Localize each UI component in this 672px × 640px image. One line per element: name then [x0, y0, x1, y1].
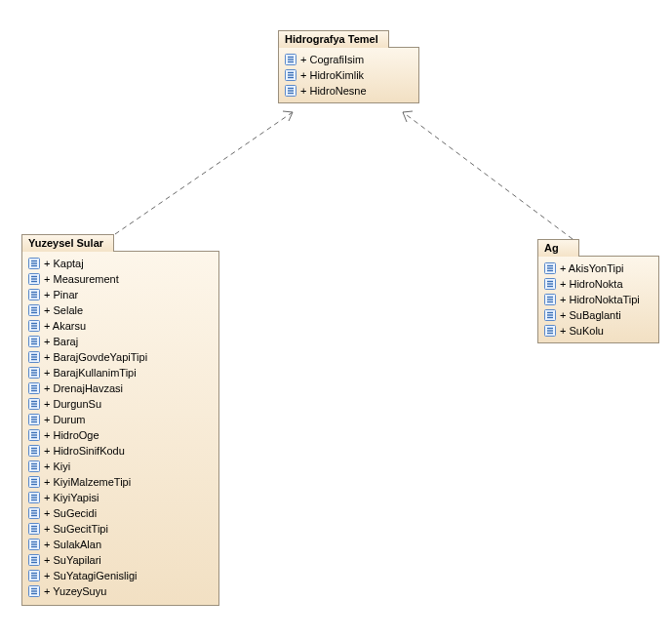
package-item[interactable]: + Baraj — [28, 334, 213, 349]
package-item-label: + Baraj — [44, 334, 78, 349]
package-item-label: + DurgunSu — [44, 396, 101, 412]
package-item[interactable]: + SuBaglanti — [544, 307, 652, 323]
package-item-label: + HidroNoktaTipi — [560, 292, 640, 307]
class-icon — [28, 320, 40, 332]
package-item-label: + SuGecidi — [44, 505, 97, 521]
class-icon — [544, 325, 556, 337]
class-icon — [544, 262, 556, 274]
class-icon — [28, 414, 40, 425]
package-item-label: + Measurement — [44, 271, 119, 287]
package-item-label: + SuGecitTipi — [44, 521, 108, 537]
package-item[interactable]: + Selale — [28, 302, 213, 318]
package-title: Ag — [544, 242, 559, 254]
package-item-label: + KiyiYapisi — [44, 490, 99, 505]
class-icon — [285, 69, 296, 81]
class-icon — [28, 539, 40, 550]
class-icon — [28, 476, 40, 488]
package-item-label: + KiyiMalzemeTipi — [44, 474, 131, 490]
package-item[interactable]: + HidroNesne — [285, 83, 413, 99]
class-icon — [28, 429, 40, 441]
package-item[interactable]: + Kiyi — [28, 459, 213, 474]
package-item-label: + HidroKimlik — [300, 67, 364, 83]
package-item-label: + HidroNokta — [560, 276, 623, 292]
package-item-label: + Akarsu — [44, 318, 86, 334]
package-item[interactable]: + HidroOge — [28, 427, 213, 443]
package-title: Hidrografya Temel — [285, 33, 378, 45]
package-title: Yuzeysel Sular — [28, 237, 103, 249]
package-item[interactable]: + HidroSinifKodu — [28, 443, 213, 459]
class-icon — [28, 507, 40, 519]
package-item[interactable]: + HidroNokta — [544, 276, 652, 292]
package-item[interactable]: + CografiIsim — [285, 52, 413, 67]
package-item[interactable]: + Akarsu — [28, 318, 213, 334]
package-item[interactable]: + SulakAlan — [28, 537, 213, 552]
package-item[interactable]: + KiyiYapisi — [28, 490, 213, 505]
package-item-label: + BarajGovdeYapiTipi — [44, 349, 147, 365]
class-icon — [28, 304, 40, 316]
package-item-label: + SulakAlan — [44, 537, 101, 552]
package-item-label: + DrenajHavzasi — [44, 380, 123, 396]
package-item[interactable]: + HidroNoktaTipi — [544, 292, 652, 307]
class-icon — [28, 570, 40, 581]
package-item[interactable]: + Measurement — [28, 271, 213, 287]
package-item-label: + SuBaglanti — [560, 307, 621, 323]
package-item-label: + Kaptaj — [44, 256, 84, 271]
package-item-label: + Selale — [44, 302, 83, 318]
package-item[interactable]: + HidroKimlik — [285, 67, 413, 83]
package-item-label: + SuKolu — [560, 323, 604, 339]
package-item-label: + SuYatagiGenisligi — [44, 568, 138, 583]
class-icon — [544, 278, 556, 290]
package-item[interactable]: + DurgunSu — [28, 396, 213, 412]
package-body: + CografiIsim+ HidroKimlik+ HidroNesne — [278, 47, 419, 103]
package-item[interactable]: + SuYapilari — [28, 552, 213, 568]
package-tab: Yuzeysel Sular — [21, 234, 114, 252]
package-item[interactable]: + Pinar — [28, 287, 213, 302]
package-item-label: + Durum — [44, 412, 86, 427]
package-item[interactable]: + BarajGovdeYapiTipi — [28, 349, 213, 365]
package-item-label: + HidroOge — [44, 427, 99, 443]
package-item-label: + BarajKullanimTipi — [44, 365, 137, 380]
package-body: + AkisYonTipi+ HidroNokta+ HidroNoktaTip… — [537, 256, 659, 343]
package-item[interactable]: + Kaptaj — [28, 256, 213, 271]
package-item[interactable]: + SuGecitTipi — [28, 521, 213, 537]
package-body: + Kaptaj+ Measurement+ Pinar+ Selale+ Ak… — [21, 251, 219, 606]
class-icon — [28, 289, 40, 300]
class-icon — [28, 273, 40, 285]
class-icon — [28, 492, 40, 503]
package-item-label: + CografiIsim — [300, 52, 364, 67]
dependency-line — [403, 112, 573, 239]
package-item[interactable]: + YuzeySuyu — [28, 583, 213, 599]
class-icon — [28, 585, 40, 597]
package-item-label: + HidroSinifKodu — [44, 443, 125, 459]
package-tab: Ag — [537, 239, 579, 257]
package-item[interactable]: + AkisYonTipi — [544, 260, 652, 276]
class-icon — [28, 351, 40, 363]
class-icon — [544, 309, 556, 321]
diagram-canvas: Hidrografya Temel + CografiIsim+ HidroKi… — [0, 0, 672, 640]
arrow-head-icon — [403, 111, 413, 122]
package-item[interactable]: + DrenajHavzasi — [28, 380, 213, 396]
class-icon — [28, 398, 40, 410]
package-item-label: + SuYapilari — [44, 552, 101, 568]
package-item-label: + Pinar — [44, 287, 78, 302]
package-item[interactable]: + Durum — [28, 412, 213, 427]
package-item[interactable]: + KiyiMalzemeTipi — [28, 474, 213, 490]
class-icon — [285, 54, 296, 65]
class-icon — [28, 336, 40, 347]
class-icon — [28, 258, 40, 269]
class-icon — [28, 445, 40, 457]
package-item-label: + HidroNesne — [300, 83, 367, 99]
class-icon — [28, 554, 40, 566]
package-item[interactable]: + SuYatagiGenisligi — [28, 568, 213, 583]
package-item-label: + AkisYonTipi — [560, 260, 624, 276]
class-icon — [544, 294, 556, 305]
package-item[interactable]: + SuGecidi — [28, 505, 213, 521]
dependency-line — [115, 112, 293, 234]
class-icon — [285, 85, 296, 97]
package-item[interactable]: + SuKolu — [544, 323, 652, 339]
class-icon — [28, 367, 40, 379]
package-item[interactable]: + BarajKullanimTipi — [28, 365, 213, 380]
package-tab: Hidrografya Temel — [278, 30, 389, 48]
class-icon — [28, 460, 40, 472]
class-icon — [28, 382, 40, 394]
